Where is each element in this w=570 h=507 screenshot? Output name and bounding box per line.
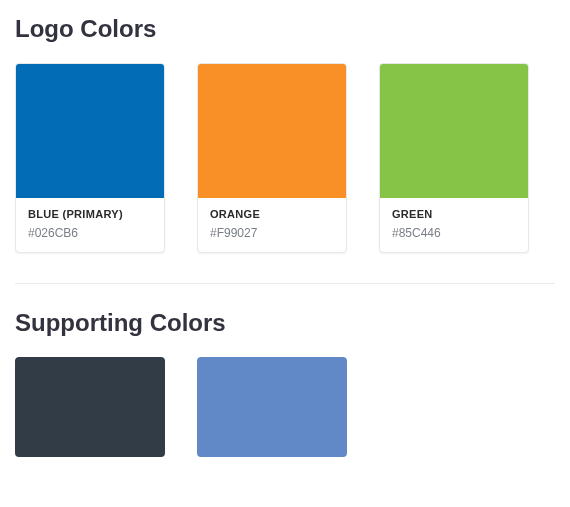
- color-swatch-card: ORANGE #F99027: [197, 63, 347, 253]
- color-swatch-card: BLUE (PRIMARY) #026CB6: [15, 63, 165, 253]
- color-swatch-card: [197, 357, 347, 457]
- supporting-colors-row: [15, 357, 555, 457]
- color-swatch: [15, 357, 165, 457]
- swatch-hex: #F99027: [210, 226, 334, 240]
- swatch-name: ORANGE: [210, 208, 334, 220]
- section-divider: [15, 283, 555, 284]
- color-swatch: [198, 64, 346, 198]
- swatch-hex: #85C446: [392, 226, 516, 240]
- color-swatch: [197, 357, 347, 457]
- color-swatch: [380, 64, 528, 198]
- logo-colors-heading: Logo Colors: [15, 15, 555, 43]
- color-swatch-card: [15, 357, 165, 457]
- logo-colors-row: BLUE (PRIMARY) #026CB6 ORANGE #F99027 GR…: [15, 63, 555, 253]
- swatch-info: BLUE (PRIMARY) #026CB6: [16, 198, 164, 252]
- supporting-colors-heading: Supporting Colors: [15, 309, 555, 337]
- swatch-hex: #026CB6: [28, 226, 152, 240]
- color-swatch: [16, 64, 164, 198]
- swatch-info: GREEN #85C446: [380, 198, 528, 252]
- swatch-info: ORANGE #F99027: [198, 198, 346, 252]
- color-swatch-card: GREEN #85C446: [379, 63, 529, 253]
- swatch-name: GREEN: [392, 208, 516, 220]
- swatch-name: BLUE (PRIMARY): [28, 208, 152, 220]
